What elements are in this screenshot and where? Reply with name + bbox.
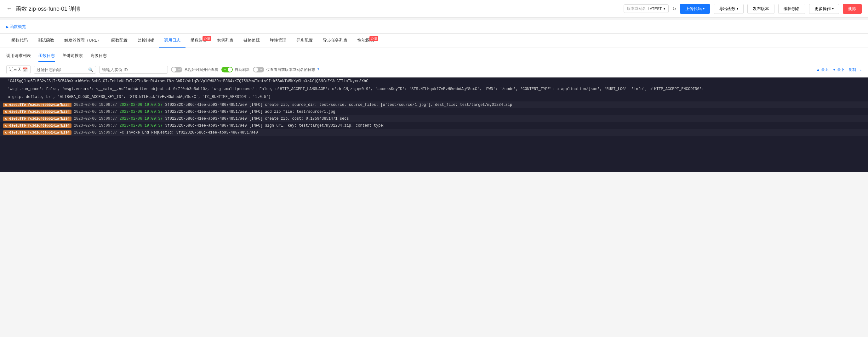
log-time-green: 2023-02-06 19:09:37 bbox=[119, 123, 162, 128]
log-id-badge: c-63e0dff0-fc302c469bb241afb234 bbox=[3, 110, 71, 114]
log-id-badge: c-63e0dff0-fc302c469bb241afb234 bbox=[3, 117, 71, 121]
overview-toggle[interactable]: 函数概览 bbox=[6, 24, 26, 29]
log-id-badge: c-63e0dff0-fc302c469bb241afb234 bbox=[3, 123, 71, 128]
log-content: 3f022320-586c-41ee-ab93-480748517ae0 [IN… bbox=[165, 103, 512, 107]
main-tab-8[interactable]: 链路追踪 bbox=[239, 34, 265, 48]
sub-tab-3[interactable]: 高级日志 bbox=[90, 51, 107, 62]
search-icon[interactable]: 🔍 bbox=[88, 67, 93, 72]
main-tab-10[interactable]: 异步配置 bbox=[291, 34, 318, 48]
log-toolbar-right: ▲ 最上 ▼ 最下 复制 ↓ bbox=[816, 67, 862, 72]
log-time-green: 2023-02-06 19:09:37 bbox=[119, 117, 162, 121]
log-content: 3f022320-586c-41ee-ab93-480748517ae0 [IN… bbox=[165, 110, 335, 114]
log-row-0: c-63e0dff0-fc302c469bb241afb2342023-02-0… bbox=[0, 101, 868, 108]
main-tab-12[interactable]: 性能探测公测 bbox=[352, 34, 379, 48]
main-tab-4[interactable]: 监控指标 bbox=[133, 34, 159, 48]
main-tab-5[interactable]: 调用日志 bbox=[159, 34, 186, 48]
page-header: ← 函数 zip-oss-func-01 详情 版本或别名 LATEST ▾ ↻… bbox=[0, 0, 868, 18]
log-time: 2023-02-06 19:09:37 bbox=[74, 117, 117, 121]
toggle-start-time-label: 从起始时间开始查看 bbox=[184, 67, 218, 72]
time-range-value: 近三天 bbox=[9, 67, 22, 72]
main-tab-11[interactable]: 异步任务列表 bbox=[318, 34, 352, 48]
log-row-4: c-63e0dff0-fc302c469bb241afb2342023-02-0… bbox=[0, 129, 868, 136]
time-range-input[interactable]: 近三天 📅 bbox=[6, 65, 31, 74]
log-header-line3: u'gzip, deflate, br', 'ALIBABA_CLOUD_ACC… bbox=[0, 93, 868, 101]
sub-tab-2[interactable]: 关键词搜索 bbox=[62, 51, 83, 62]
instance-id-filter[interactable] bbox=[99, 66, 168, 74]
edit-name-button[interactable]: 编辑别名 bbox=[778, 4, 805, 14]
main-tabs: 函数代码测试函数触发器管理（URL）函数配置监控指标调用日志函数告警公测实例列表… bbox=[0, 34, 868, 48]
log-area: 'CAISgQJ1q6Ft5B2yfSjIr5f5A8vXhrkWwYedSmH… bbox=[0, 78, 868, 172]
main-tab-1[interactable]: 测试函数 bbox=[33, 34, 59, 48]
overview-section: 函数概览 bbox=[0, 20, 868, 34]
toggle-start-time-switch[interactable]: off bbox=[171, 67, 182, 72]
main-tab-6[interactable]: 函数告警公测 bbox=[186, 34, 212, 48]
log-content-filter[interactable]: 🔍 bbox=[34, 66, 96, 74]
upload-dropdown-icon: ▾ bbox=[703, 7, 705, 10]
sub-tabs: 调用请求列表函数日志关键词搜索高级日志 bbox=[0, 48, 868, 62]
log-content-input[interactable] bbox=[36, 67, 87, 72]
toggle-on-label: on bbox=[223, 68, 226, 71]
log-content: FC Invoke End RequestId: 3f022320-586c-4… bbox=[119, 130, 258, 135]
tab-badge-6: 公测 bbox=[203, 36, 211, 41]
toggle-start-time[interactable]: off 从起始时间开始查看 bbox=[171, 67, 218, 72]
main-tab-2[interactable]: 触发器管理（URL） bbox=[59, 34, 106, 48]
toggle-auto-refresh-switch[interactable]: on bbox=[221, 67, 233, 72]
export-function-button[interactable]: 导出函数 ▾ bbox=[714, 4, 744, 14]
toggle-current-version-label: 仅查看当前版本或别名的日志 bbox=[266, 67, 315, 72]
more-dropdown-icon: ▾ bbox=[832, 7, 834, 10]
version-dropdown-icon: ▾ bbox=[663, 7, 665, 10]
delete-button[interactable]: 删除 bbox=[843, 4, 862, 14]
log-header-line2: 'wsgi.run_once': False, 'wsgi.errors': <… bbox=[0, 85, 868, 93]
calendar-icon: 📅 bbox=[23, 67, 28, 72]
main-tab-9[interactable]: 弹性管理 bbox=[265, 34, 291, 48]
log-row-1: c-63e0dff0-fc302c469bb241afb2342023-02-0… bbox=[0, 108, 868, 115]
toggle-off-label: off bbox=[178, 68, 181, 71]
log-row-3: c-63e0dff0-fc302c469bb241afb2342023-02-0… bbox=[0, 122, 868, 129]
log-time: 2023-02-06 19:09:37 bbox=[74, 123, 117, 128]
nav-up-button[interactable]: ▲ 最上 bbox=[816, 67, 829, 72]
export-dropdown-icon: ▾ bbox=[737, 7, 738, 10]
copy-button[interactable]: 复制 bbox=[848, 67, 856, 72]
log-time-green: 2023-02-06 19:09:37 bbox=[119, 103, 162, 107]
instance-id-input[interactable] bbox=[102, 67, 165, 72]
log-content: 3f022320-586c-41ee-ab93-480748517ae0 [IN… bbox=[165, 117, 349, 121]
toggle-auto-refresh-label: 自动刷新 bbox=[235, 67, 250, 72]
version-select[interactable]: 版本或别名 LATEST ▾ bbox=[624, 4, 669, 13]
toggle-current-version[interactable]: off 仅查看当前版本或别名的日志 ? bbox=[253, 67, 319, 72]
main-tab-0[interactable]: 函数代码 bbox=[6, 34, 33, 48]
log-id-badge: c-63e0dff0-fc302c469bb241afb234 bbox=[3, 130, 71, 135]
refresh-button[interactable]: ↻ bbox=[673, 6, 676, 11]
toggle-auto-refresh[interactable]: on 自动刷新 bbox=[221, 67, 250, 72]
log-time: 2023-02-06 19:09:37 bbox=[74, 130, 117, 135]
sub-tab-1[interactable]: 函数日志 bbox=[38, 51, 55, 62]
version-label: 版本或别名 bbox=[627, 6, 646, 11]
tab-badge-12: 公测 bbox=[369, 36, 378, 41]
log-time: 2023-02-06 19:09:37 bbox=[74, 103, 117, 107]
main-tab-3[interactable]: 函数配置 bbox=[106, 34, 133, 48]
toggle-off-label2: off bbox=[260, 68, 263, 71]
help-icon[interactable]: ? bbox=[317, 68, 319, 71]
more-actions-button[interactable]: 更多操作 ▾ bbox=[809, 4, 839, 14]
log-id-badge: c-63e0dff0-fc302c469bb241afb234 bbox=[3, 103, 71, 107]
nav-down-button[interactable]: ▼ 最下 bbox=[832, 67, 845, 72]
filter-bar: 近三天 📅 🔍 off 从起始时间开始查看 on 自动刷新 off 仅查看当前版… bbox=[0, 62, 868, 78]
publish-version-button[interactable]: 发布版本 bbox=[747, 4, 774, 14]
log-header-line1: 'CAISgQJ1q6Ft5B2yfSjIr5f5A8vXhrkWwYedSmH… bbox=[0, 78, 868, 85]
upload-code-button[interactable]: 上传代码 ▾ bbox=[680, 4, 710, 14]
version-value: LATEST bbox=[648, 7, 662, 11]
sub-tab-0[interactable]: 调用请求列表 bbox=[6, 51, 31, 62]
main-tab-7[interactable]: 实例列表 bbox=[212, 34, 239, 48]
toggle-current-version-switch[interactable]: off bbox=[253, 67, 264, 72]
log-time: 2023-02-06 19:09:37 bbox=[74, 110, 117, 114]
log-row-2: c-63e0dff0-fc302c469bb241afb2342023-02-0… bbox=[0, 115, 868, 122]
log-time-green: 2023-02-06 19:09:37 bbox=[119, 110, 162, 114]
back-button[interactable]: ← bbox=[6, 5, 12, 12]
download-button[interactable]: ↓ bbox=[860, 67, 862, 72]
log-content: 3f022320-586c-41ee-ab93-480748517ae0 [IN… bbox=[165, 123, 385, 128]
page-title: 函数 zip-oss-func-01 详情 bbox=[16, 5, 620, 12]
